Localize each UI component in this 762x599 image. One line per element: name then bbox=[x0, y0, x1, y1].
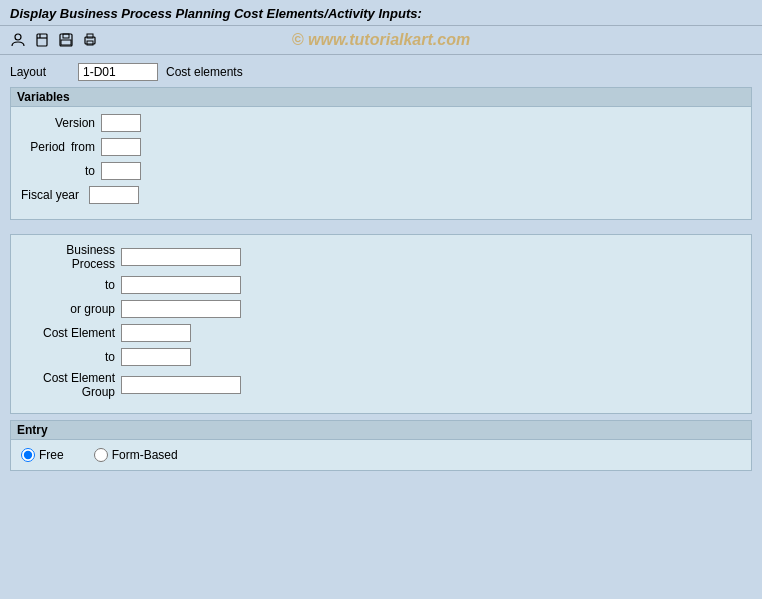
business-process-to-row: to bbox=[21, 275, 741, 295]
business-process-label: Business Process bbox=[21, 243, 121, 271]
period-label: Period bbox=[21, 140, 71, 154]
bookmark-icon[interactable] bbox=[32, 30, 52, 50]
svg-rect-1 bbox=[37, 34, 47, 46]
layout-row: Layout Cost elements bbox=[10, 63, 752, 81]
version-label: Version bbox=[21, 116, 101, 130]
variables-body: Version Period from to Fiscal year bbox=[11, 107, 751, 219]
period-to-row: to bbox=[21, 161, 741, 181]
version-row: Version bbox=[21, 113, 741, 133]
svg-point-0 bbox=[15, 34, 21, 40]
business-process-to-label: to bbox=[21, 278, 121, 292]
cost-element-to-row: to bbox=[21, 347, 741, 367]
layout-label: Layout bbox=[10, 65, 70, 79]
free-radio[interactable] bbox=[21, 448, 35, 462]
entry-body: Free Form-Based bbox=[11, 440, 751, 470]
form-based-option[interactable]: Form-Based bbox=[94, 448, 178, 462]
version-input[interactable] bbox=[101, 114, 141, 132]
page-title: Display Business Process Planning Cost E… bbox=[10, 6, 752, 21]
to-label: to bbox=[21, 164, 101, 178]
print-icon[interactable] bbox=[80, 30, 100, 50]
watermark: © www.tutorialkart.com bbox=[292, 31, 470, 49]
save-icon[interactable] bbox=[56, 30, 76, 50]
business-process-input[interactable] bbox=[121, 248, 241, 266]
entry-section: Entry Free Form-Based bbox=[10, 420, 752, 471]
variables-section: Variables Version Period from to Fiscal … bbox=[10, 87, 752, 220]
main-content: Layout Cost elements Variables Version P… bbox=[0, 55, 762, 479]
business-process-to-input[interactable] bbox=[121, 276, 241, 294]
filters-area: Business Process to or group Cost Elemen… bbox=[10, 234, 752, 414]
cost-element-group-input[interactable] bbox=[121, 376, 241, 394]
free-option[interactable]: Free bbox=[21, 448, 64, 462]
cost-element-row: Cost Element bbox=[21, 323, 741, 343]
or-group-input[interactable] bbox=[121, 300, 241, 318]
cost-element-to-input[interactable] bbox=[121, 348, 191, 366]
toolbar: © www.tutorialkart.com bbox=[0, 26, 762, 55]
person-icon[interactable] bbox=[8, 30, 28, 50]
business-process-row: Business Process bbox=[21, 243, 741, 271]
cost-element-group-row: Cost Element Group bbox=[21, 371, 741, 399]
period-from-input[interactable] bbox=[101, 138, 141, 156]
filters-body: Business Process to or group Cost Elemen… bbox=[11, 235, 751, 411]
fiscal-year-label: Fiscal year bbox=[21, 188, 89, 202]
form-based-label: Form-Based bbox=[112, 448, 178, 462]
form-based-radio[interactable] bbox=[94, 448, 108, 462]
or-group-label: or group bbox=[21, 302, 121, 316]
from-label: from bbox=[71, 140, 101, 154]
fiscal-year-row: Fiscal year bbox=[21, 185, 741, 205]
spacer1 bbox=[10, 226, 752, 234]
layout-description: Cost elements bbox=[166, 65, 243, 79]
cost-element-label: Cost Element bbox=[21, 326, 121, 340]
cost-element-group-label: Cost Element Group bbox=[21, 371, 121, 399]
entry-header: Entry bbox=[11, 421, 751, 440]
cost-element-input[interactable] bbox=[121, 324, 191, 342]
or-group-row: or group bbox=[21, 299, 741, 319]
svg-rect-6 bbox=[61, 40, 71, 45]
period-from-row: Period from bbox=[21, 137, 741, 157]
layout-input[interactable] bbox=[78, 63, 158, 81]
variables-header: Variables bbox=[11, 88, 751, 107]
title-bar: Display Business Process Planning Cost E… bbox=[0, 0, 762, 26]
cost-element-to-label: to bbox=[21, 350, 121, 364]
free-label: Free bbox=[39, 448, 64, 462]
period-to-input[interactable] bbox=[101, 162, 141, 180]
fiscal-year-input[interactable] bbox=[89, 186, 139, 204]
